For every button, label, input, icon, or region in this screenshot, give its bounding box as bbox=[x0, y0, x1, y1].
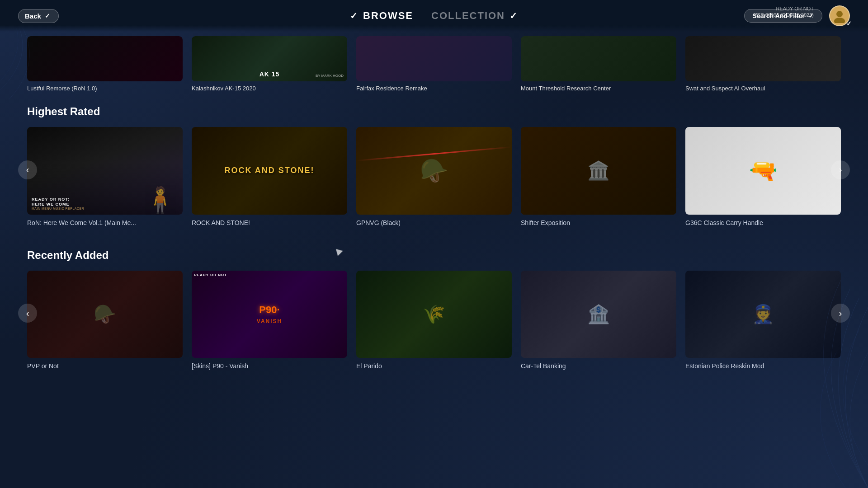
card-image-shifter: 🏛️ bbox=[521, 127, 676, 215]
header-nav: ✓ BROWSE COLLECTION ✓ bbox=[350, 10, 518, 22]
card-p90[interactable]: READY OR NOT P90· VANISH [Skins] P90 - V… bbox=[192, 271, 347, 370]
recently-added-prev-button[interactable]: ‹ bbox=[18, 304, 37, 323]
card-image-el-parido: 🌾 bbox=[356, 271, 512, 358]
top-card-title-mount: Mount Threshold Research Center bbox=[521, 85, 676, 92]
browse-check-icon: ✓ bbox=[350, 10, 359, 21]
card-g36c[interactable]: 🔫 G36C Classic Carry Handle bbox=[685, 127, 841, 226]
highest-rated-cards-row: READY OR NOT:HERE WE COME MAIN MENU MUSI… bbox=[27, 127, 841, 226]
card-title-g36c: G36C Classic Carry Handle bbox=[685, 219, 841, 226]
card-image-ron-music: READY OR NOT:HERE WE COME MAIN MENU MUSI… bbox=[27, 127, 183, 215]
highest-rated-row-wrap: ‹ READY OR NOT:HERE WE COME MAIN MENU MU… bbox=[27, 127, 841, 226]
card-title-ron-music: RoN: Here We Come Vol.1 (Main Me... bbox=[27, 219, 183, 226]
header-right: READY OR NOT VER 38995 (DEC 13 2023) Sea… bbox=[744, 5, 850, 26]
card-image-g36c: 🔫 bbox=[685, 127, 841, 215]
recently-added-row-wrap: ‹ 🪖 PVP or Not READY OR NOT bbox=[27, 271, 841, 370]
card-title-gpnvg: GPNVG (Black) bbox=[356, 219, 512, 226]
collection-check-icon: ✓ bbox=[509, 10, 518, 21]
card-title-rock-stone: ROCK AND STONE! bbox=[192, 219, 347, 226]
card-rock-stone[interactable]: ROCK AND STONE! ROCK AND STONE! bbox=[192, 127, 347, 226]
top-card-swat[interactable]: Swat and Suspect AI Overhaul bbox=[685, 36, 841, 92]
rock-stone-text: ROCK AND STONE! bbox=[224, 166, 314, 175]
card-title-p90: [Skins] P90 - Vanish bbox=[192, 362, 347, 370]
top-card-title-lustful: Lustful Remorse (RoN 1.0) bbox=[27, 85, 183, 92]
vanish-label: VANISH bbox=[257, 318, 282, 324]
header: Back ✓ ✓ BROWSE COLLECTION ✓ READY OR NO… bbox=[0, 0, 868, 32]
card-image-p90: READY OR NOT P90· VANISH bbox=[192, 271, 347, 358]
card-cartel[interactable]: 🏦 Car-Tel Banking bbox=[521, 271, 676, 370]
card-title-pvp: PVP or Not bbox=[27, 362, 183, 370]
card-el-parido[interactable]: 🌾 El Parido bbox=[356, 271, 512, 370]
recently-added-title: Recently Added bbox=[27, 249, 841, 262]
recently-added-section: Recently Added ‹ 🪖 PVP or Not bbox=[27, 249, 841, 370]
card-shifter[interactable]: 🏛️ Shifter Exposition bbox=[521, 127, 676, 226]
recently-added-cards-row: 🪖 PVP or Not READY OR NOT P90· VANISH bbox=[27, 271, 841, 370]
card-image-estonian: 👮 bbox=[685, 271, 841, 358]
card-title-cartel: Car-Tel Banking bbox=[521, 362, 676, 370]
top-card-fairfax[interactable]: Fairfax Residence Remake bbox=[356, 36, 512, 92]
main-content: Lustful Remorse (RoN 1.0) AK 15 BY MARK … bbox=[0, 0, 868, 370]
p90-ready-label: READY OR NOT bbox=[194, 273, 227, 277]
highest-rated-section: Highest Rated ‹ READY OR NOT:HERE WE COM… bbox=[27, 105, 841, 226]
back-check-icon: ✓ bbox=[45, 12, 50, 19]
browse-label: BROWSE bbox=[363, 10, 413, 22]
top-card-title-ak: Kalashnikov AK-15 2020 bbox=[192, 85, 347, 92]
card-gpnvg[interactable]: 🪖 GPNVG (Black) bbox=[356, 127, 512, 226]
nav-browse[interactable]: ✓ BROWSE bbox=[350, 10, 413, 22]
top-card-mount[interactable]: Mount Threshold Research Center bbox=[521, 36, 676, 92]
card-image-pvp: 🪖 bbox=[27, 271, 183, 358]
nav-collection[interactable]: COLLECTION ✓ bbox=[431, 10, 518, 22]
card-image-gpnvg: 🪖 bbox=[356, 127, 512, 215]
highest-rated-next-button[interactable]: › bbox=[831, 160, 850, 179]
p90-label: P90· bbox=[259, 304, 279, 316]
ready-or-not-label: READY OR NOT VER 38995 (DEC 13 2023) bbox=[754, 5, 814, 19]
collection-label: COLLECTION bbox=[431, 10, 505, 22]
header-left: Back ✓ bbox=[18, 9, 59, 23]
mark-hood-label: BY MARK HOOD bbox=[316, 74, 344, 78]
top-card-title-swat: Swat and Suspect AI Overhaul bbox=[685, 85, 841, 92]
card-title-shifter: Shifter Exposition bbox=[521, 219, 676, 226]
card-title-el-parido: El Parido bbox=[356, 362, 512, 370]
back-button[interactable]: Back ✓ bbox=[18, 9, 59, 23]
recently-added-next-button[interactable]: › bbox=[831, 304, 850, 323]
highest-rated-prev-button[interactable]: ‹ bbox=[18, 160, 37, 179]
back-label: Back bbox=[25, 12, 41, 20]
card-title-estonian: Estonian Police Reskin Mod bbox=[685, 362, 841, 370]
top-card-kalashnikov[interactable]: AK 15 BY MARK HOOD Kalashnikov AK-15 202… bbox=[192, 36, 347, 92]
card-pvp[interactable]: 🪖 PVP or Not bbox=[27, 271, 183, 370]
card-estonian[interactable]: 👮 Estonian Police Reskin Mod bbox=[685, 271, 841, 370]
top-card-title-fairfax: Fairfax Residence Remake bbox=[356, 85, 512, 92]
ak-text-label: AK 15 bbox=[259, 70, 280, 78]
top-card-lustful-remorse[interactable]: Lustful Remorse (RoN 1.0) bbox=[27, 36, 183, 92]
card-image-cartel: 🏦 bbox=[521, 271, 676, 358]
svg-point-1 bbox=[834, 18, 845, 23]
svg-point-0 bbox=[836, 11, 843, 17]
card-ron-music[interactable]: READY OR NOT:HERE WE COME MAIN MENU MUSI… bbox=[27, 127, 183, 226]
highest-rated-title: Highest Rated bbox=[27, 105, 841, 118]
card-image-rock-stone: ROCK AND STONE! bbox=[192, 127, 347, 215]
user-avatar-wrap[interactable]: ✓ bbox=[829, 5, 850, 26]
avatar-check-icon: ✓ bbox=[846, 20, 852, 27]
top-row: Lustful Remorse (RoN 1.0) AK 15 BY MARK … bbox=[27, 36, 841, 92]
